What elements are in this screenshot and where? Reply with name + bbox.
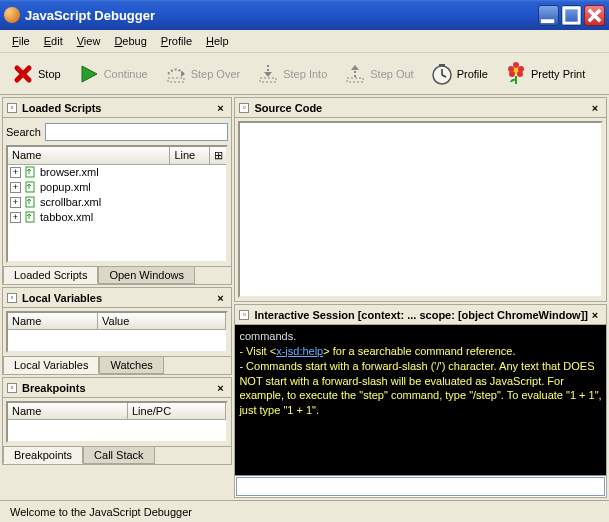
stop-icon (11, 62, 35, 86)
source-code-view[interactable] (238, 121, 603, 298)
panel-grip-icon[interactable]: ▫ (239, 103, 249, 113)
scripts-list[interactable]: Name Line ⊞ + browser.xml + popup.xml (6, 145, 228, 263)
breakpoints-title: Breakpoints (22, 382, 213, 394)
pretty-print-button[interactable]: Pretty Print (497, 56, 592, 92)
continue-button[interactable]: Continue (70, 56, 155, 92)
session-title: Interactive Session [context: ... scope:… (254, 309, 588, 321)
stop-label: Stop (38, 68, 61, 80)
main-area: ▫ Loaded Scripts × Search Name Line ⊞ + (0, 95, 609, 500)
panel-close-button[interactable]: × (213, 101, 227, 115)
source-code-panel: ▫ Source Code × (234, 97, 607, 302)
col-name[interactable]: Name (8, 403, 128, 419)
svg-rect-13 (26, 182, 34, 192)
console-line: - Commands start with a forward-slash ('… (239, 359, 602, 418)
col-name[interactable]: Name (8, 313, 98, 329)
step-over-label: Step Over (191, 68, 241, 80)
console-output[interactable]: commands. - Visit <x-jsd:help> for a sea… (235, 325, 606, 475)
interactive-session-panel: ▫ Interactive Session [context: ... scop… (234, 304, 607, 498)
loaded-scripts-panel: ▫ Loaded Scripts × Search Name Line ⊞ + (2, 97, 232, 285)
col-picker-icon[interactable]: ⊞ (210, 147, 226, 164)
close-button[interactable] (584, 5, 605, 26)
list-item[interactable]: + browser.xml (8, 165, 226, 180)
svg-point-10 (509, 71, 515, 77)
expand-icon[interactable]: + (10, 212, 21, 223)
expand-icon[interactable]: + (10, 182, 21, 193)
expand-icon[interactable]: + (10, 167, 21, 178)
svg-rect-2 (168, 78, 184, 82)
svg-point-11 (517, 71, 523, 77)
list-item[interactable]: + tabbox.xml (8, 210, 226, 225)
file-name: browser.xml (39, 166, 224, 178)
file-icon (24, 181, 36, 193)
step-out-icon (343, 62, 367, 86)
menu-bar: File Edit View Debug Profile Help (0, 30, 609, 53)
status-bar: Welcome to the JavaScript Debugger (0, 500, 609, 522)
app-icon (4, 7, 20, 23)
expand-icon[interactable]: + (10, 197, 21, 208)
tab-watches[interactable]: Watches (99, 357, 163, 374)
panel-close-button[interactable]: × (213, 381, 227, 395)
list-item[interactable]: + scrollbar.xml (8, 195, 226, 210)
toolbar: Stop Continue Step Over Step Into Step O… (0, 53, 609, 95)
panel-close-button[interactable]: × (213, 291, 227, 305)
panel-grip-icon[interactable]: ▫ (7, 383, 17, 393)
title-bar: JavaScript Debugger (0, 0, 609, 30)
local-variables-list[interactable]: Name Value (6, 311, 228, 353)
local-variables-title: Local Variables (22, 292, 213, 304)
svg-point-9 (513, 62, 519, 68)
file-name: scrollbar.xml (39, 196, 224, 208)
search-label: Search (6, 126, 41, 138)
panel-close-button[interactable]: × (588, 308, 602, 322)
minimize-button[interactable] (538, 5, 559, 26)
col-line[interactable]: Line (170, 147, 210, 164)
help-link[interactable]: x-jsd:help (276, 345, 323, 357)
svg-rect-4 (347, 78, 363, 82)
svg-point-8 (518, 66, 524, 72)
profile-label: Profile (457, 68, 488, 80)
file-icon (24, 211, 36, 223)
list-item[interactable]: + popup.xml (8, 180, 226, 195)
panel-grip-icon[interactable]: ▫ (239, 310, 249, 320)
tab-breakpoints[interactable]: Breakpoints (3, 447, 83, 464)
menu-help[interactable]: Help (200, 33, 235, 49)
search-input[interactable] (45, 123, 229, 141)
command-input[interactable] (236, 477, 605, 496)
menu-file[interactable]: File (6, 33, 36, 49)
step-into-button[interactable]: Step Into (249, 56, 334, 92)
clock-icon (430, 62, 454, 86)
col-linepc[interactable]: Line/PC (128, 403, 226, 419)
tab-local-variables[interactable]: Local Variables (3, 357, 99, 374)
file-icon (24, 196, 36, 208)
tab-loaded-scripts[interactable]: Loaded Scripts (3, 267, 98, 284)
step-out-button[interactable]: Step Out (336, 56, 420, 92)
console-line: commands. (239, 329, 602, 344)
menu-profile[interactable]: Profile (155, 33, 198, 49)
svg-rect-3 (260, 78, 276, 82)
local-variables-panel: ▫ Local Variables × Name Value Local Var… (2, 287, 232, 375)
file-name: tabbox.xml (39, 211, 224, 223)
continue-label: Continue (104, 68, 148, 80)
menu-view[interactable]: View (71, 33, 107, 49)
file-name: popup.xml (39, 181, 224, 193)
stop-button[interactable]: Stop (4, 56, 68, 92)
svg-rect-15 (26, 212, 34, 222)
svg-rect-14 (26, 197, 34, 207)
panel-grip-icon[interactable]: ▫ (7, 293, 17, 303)
menu-edit[interactable]: Edit (38, 33, 69, 49)
step-into-icon (256, 62, 280, 86)
step-out-label: Step Out (370, 68, 413, 80)
profile-button[interactable]: Profile (423, 56, 495, 92)
maximize-button[interactable] (561, 5, 582, 26)
file-icon (24, 166, 36, 178)
step-over-button[interactable]: Step Over (157, 56, 248, 92)
menu-debug[interactable]: Debug (108, 33, 152, 49)
col-value[interactable]: Value (98, 313, 226, 329)
col-name[interactable]: Name (8, 147, 170, 164)
tab-open-windows[interactable]: Open Windows (98, 267, 195, 284)
svg-rect-0 (541, 19, 554, 23)
step-over-icon (164, 62, 188, 86)
panel-grip-icon[interactable]: ▫ (7, 103, 17, 113)
panel-close-button[interactable]: × (588, 101, 602, 115)
tab-call-stack[interactable]: Call Stack (83, 447, 155, 464)
breakpoints-list[interactable]: Name Line/PC (6, 401, 228, 443)
